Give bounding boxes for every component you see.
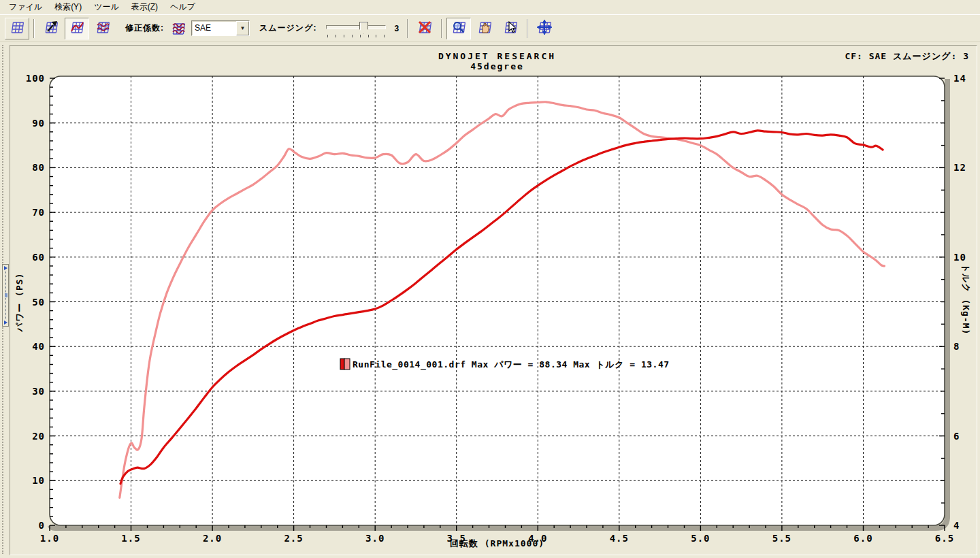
- y-left-tick-labels: 0102030405060708090100: [26, 73, 45, 531]
- svg-text:4.5: 4.5: [610, 533, 629, 544]
- smoothing-label: スムージング:: [259, 22, 316, 34]
- svg-text:10: 10: [953, 252, 966, 263]
- x-axis-title: 回転数 (RPMx1000): [450, 538, 544, 548]
- correction-factor-select[interactable]: SAE ▼: [191, 20, 250, 36]
- menu-bar: ファイル 検索(Y) ツール 表示(Z) ヘルプ: [0, 0, 980, 14]
- slider-groove: [326, 25, 386, 29]
- correction-factor-value: SAE: [192, 21, 236, 35]
- toolbar-separator: [33, 19, 35, 38]
- legend-text: RunFile_0014_001.drf Max パワー = 88.34 Max…: [353, 359, 670, 370]
- slider-ticks: [327, 35, 385, 37]
- legend-swatch-torque: [344, 359, 350, 370]
- app-window: { "colors": { "window_bg": "#ece9d8", "p…: [0, 0, 980, 558]
- legend-swatch-power: [340, 359, 344, 370]
- menu-file[interactable]: ファイル: [3, 0, 48, 14]
- svg-text:40: 40: [32, 341, 45, 352]
- move-axes-button[interactable]: [532, 18, 557, 39]
- surface-grid-button[interactable]: [5, 18, 29, 39]
- grid-curve-icon: [69, 19, 85, 37]
- svg-text:10: 10: [32, 475, 45, 486]
- svg-text:5.5: 5.5: [772, 533, 791, 544]
- svg-text:6.0: 6.0: [853, 533, 872, 544]
- delete-run-button[interactable]: [412, 18, 437, 39]
- svg-text:1.5: 1.5: [121, 533, 140, 544]
- toolbar-separator: [527, 19, 528, 38]
- toolbar: 修正係数: SAE ▼ スムージング: 3: [0, 14, 980, 42]
- svg-text:14: 14: [953, 73, 966, 84]
- smoothing-slider[interactable]: [325, 20, 387, 37]
- menu-search[interactable]: 検索(Y): [48, 0, 88, 14]
- svg-text:6.5: 6.5: [935, 533, 954, 544]
- power-graph-button[interactable]: [65, 18, 89, 39]
- zoom-extents-button[interactable]: [39, 18, 63, 39]
- grid-x-icon: [416, 19, 433, 37]
- legend: RunFile_0014_001.drf Max パワー = 88.34 Max…: [340, 359, 670, 370]
- svg-text:4: 4: [953, 520, 960, 531]
- toolbar-separator: [407, 19, 408, 38]
- chart-cf-info: CF: SAE スムージング: 3: [845, 51, 969, 61]
- pan-hand-button[interactable]: [472, 18, 497, 39]
- splitter-dots: [5, 272, 6, 319]
- expand-right-icon[interactable]: [4, 321, 7, 325]
- pointer-tool-button[interactable]: [498, 18, 523, 39]
- chart-title: DYNOJET RESEARCH: [438, 51, 556, 61]
- chevron-down-icon[interactable]: ▼: [236, 21, 249, 35]
- correction-graph-icon: [168, 20, 189, 37]
- svg-text:50: 50: [32, 297, 45, 308]
- grid-magnifier-icon: [451, 19, 467, 37]
- svg-text:1.0: 1.0: [40, 533, 59, 544]
- grid-curves-icon: [95, 19, 111, 37]
- smoothing-value: 3: [394, 24, 399, 33]
- y-right-axis-title: トルク (Kg-M): [961, 264, 971, 335]
- grid-icon: [9, 19, 25, 37]
- svg-text:2.0: 2.0: [203, 533, 222, 544]
- menu-view[interactable]: 表示(Z): [125, 0, 164, 14]
- menu-tools[interactable]: ツール: [88, 0, 125, 14]
- svg-text:5.0: 5.0: [691, 533, 710, 544]
- svg-text:12: 12: [953, 162, 966, 173]
- svg-text:80: 80: [32, 162, 45, 173]
- plot-area[interactable]: [50, 76, 945, 525]
- grid-arrow-icon: [43, 19, 59, 37]
- svg-text:0: 0: [39, 520, 45, 531]
- expand-right-icon[interactable]: [4, 266, 7, 270]
- zoom-tool-button[interactable]: [446, 18, 471, 39]
- toolbar-separator: [441, 19, 442, 38]
- multi-graph-button[interactable]: [91, 18, 115, 39]
- svg-text:3.0: 3.0: [365, 533, 385, 544]
- grid-pan-arrows-icon: [536, 19, 553, 37]
- svg-text:90: 90: [32, 118, 45, 129]
- splitter-grip[interactable]: [5, 293, 7, 297]
- correction-factor-label: 修正係数:: [125, 22, 164, 34]
- svg-text:100: 100: [26, 73, 45, 84]
- dyno-chart: 1.01.52.02.53.03.54.04.55.05.56.06.50102…: [0, 45, 980, 558]
- svg-text:60: 60: [32, 252, 45, 263]
- svg-text:70: 70: [32, 207, 45, 218]
- svg-text:20: 20: [32, 431, 45, 442]
- y-left-axis-title: パワー (PS): [14, 273, 24, 333]
- grid-pointer-icon: [502, 19, 519, 37]
- slider-thumb[interactable]: [359, 22, 368, 34]
- pane-splitter[interactable]: [2, 264, 9, 327]
- svg-text:6: 6: [953, 431, 960, 442]
- chart-subtitle: 45degree: [470, 61, 524, 71]
- svg-text:2.5: 2.5: [284, 533, 303, 544]
- svg-text:8: 8: [953, 341, 960, 352]
- grid-hand-icon: [476, 19, 493, 37]
- menu-help[interactable]: ヘルプ: [164, 0, 201, 14]
- svg-text:30: 30: [32, 386, 45, 397]
